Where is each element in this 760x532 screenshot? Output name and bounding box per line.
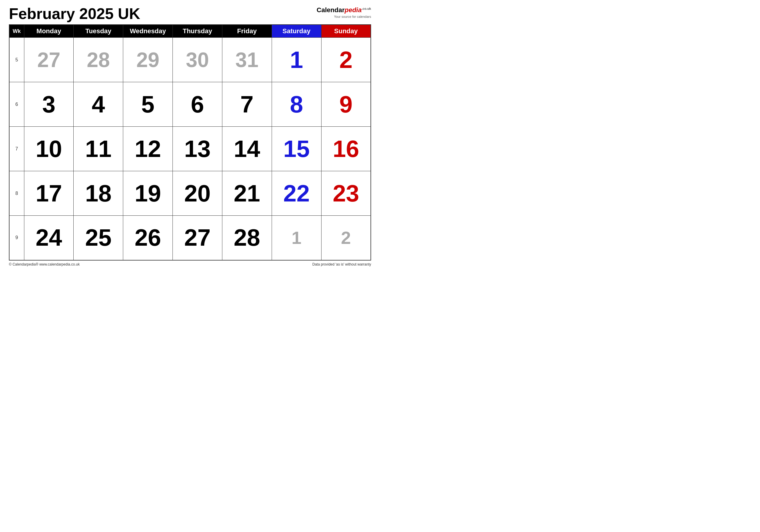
week-number-5: 5	[9, 38, 24, 82]
header-friday: Friday	[222, 24, 272, 38]
day-cell: 14	[222, 127, 272, 171]
header-saturday: Saturday	[272, 24, 321, 38]
title-text: February 2025 UK	[9, 5, 140, 22]
header-sunday: Sunday	[321, 24, 371, 38]
day-cell: 15	[272, 127, 321, 171]
footer: © Calendarpedia® www.calendarpedia.co.uk…	[9, 262, 371, 266]
day-cell: 27	[173, 216, 222, 260]
header-monday: Monday	[24, 24, 73, 38]
day-cell: 20	[173, 171, 222, 216]
week-number-9: 9	[9, 216, 24, 260]
day-cell: 18	[73, 171, 123, 216]
calendar-table: Wk Monday Tuesday Wednesday Thursday Fri…	[9, 24, 371, 260]
day-cell: 23	[321, 171, 371, 216]
week-row-7: 710111213141516	[9, 127, 371, 171]
day-cell: 16	[321, 127, 371, 171]
header-row: Wk Monday Tuesday Wednesday Thursday Fri…	[9, 24, 371, 38]
footer-left: © Calendarpedia® www.calendarpedia.co.uk	[9, 262, 80, 266]
week-number-7: 7	[9, 127, 24, 171]
logo-pedia: pedia	[345, 6, 361, 14]
day-cell: 7	[222, 82, 272, 127]
week-row-6: 63456789	[9, 82, 371, 127]
week-row-9: 9242526272812	[9, 216, 371, 260]
day-cell: 26	[123, 216, 173, 260]
day-cell: 8	[272, 82, 321, 127]
header-wednesday: Wednesday	[123, 24, 173, 38]
day-cell: 19	[123, 171, 173, 216]
day-cell: 5	[123, 82, 173, 127]
day-cell: 10	[24, 127, 73, 171]
day-cell: 22	[272, 171, 321, 216]
logo-brand: Calendarpedia.co.uk	[317, 6, 371, 15]
day-cell: 27	[24, 38, 73, 82]
week-row-5: 5272829303112	[9, 38, 371, 82]
day-cell: 25	[73, 216, 123, 260]
logo: Calendarpedia.co.uk Your source for cale…	[317, 6, 371, 19]
day-cell: 31	[222, 38, 272, 82]
day-cell: 28	[73, 38, 123, 82]
logo-tagline: Your source for calendars	[334, 15, 371, 19]
day-cell: 1	[272, 38, 321, 82]
day-cell: 17	[24, 171, 73, 216]
header-tuesday: Tuesday	[73, 24, 123, 38]
week-number-6: 6	[9, 82, 24, 127]
day-cell: 24	[24, 216, 73, 260]
day-cell: 6	[173, 82, 222, 127]
day-cell: 30	[173, 38, 222, 82]
day-cell: 28	[222, 216, 272, 260]
header-wk: Wk	[9, 24, 24, 38]
day-cell: 4	[73, 82, 123, 127]
day-cell: 21	[222, 171, 272, 216]
footer-right: Data provided 'as is' without warranty	[312, 262, 371, 266]
page-title: February 2025 UK	[9, 6, 140, 22]
day-cell: 2	[321, 216, 371, 260]
day-cell: 13	[173, 127, 222, 171]
logo-co: .co.uk	[361, 7, 371, 10]
day-cell: 29	[123, 38, 173, 82]
day-cell: 11	[73, 127, 123, 171]
week-row-8: 817181920212223	[9, 171, 371, 216]
day-cell: 1	[272, 216, 321, 260]
day-cell: 2	[321, 38, 371, 82]
day-cell: 12	[123, 127, 173, 171]
day-cell: 9	[321, 82, 371, 127]
header-thursday: Thursday	[173, 24, 222, 38]
week-number-8: 8	[9, 171, 24, 216]
day-cell: 3	[24, 82, 73, 127]
